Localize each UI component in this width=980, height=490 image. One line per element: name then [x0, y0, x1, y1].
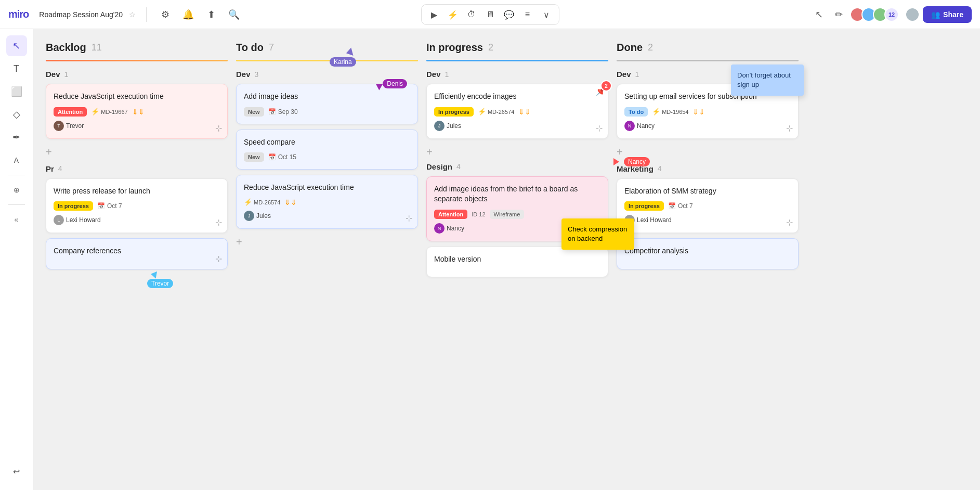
- expand-icon[interactable]: ∨: [538, 6, 555, 23]
- add-card-dev[interactable]: +: [46, 144, 228, 160]
- md-icon: ⚡: [244, 198, 252, 206]
- done-title: Done: [617, 42, 643, 54]
- md-badge: ⚡ MD-19654: [652, 108, 688, 115]
- play-icon[interactable]: ▶: [426, 6, 442, 23]
- done-divider: [617, 60, 799, 61]
- toolbar-right: ↖ ✏ 12 👥 Share: [811, 6, 972, 23]
- avatar-count: 12: [884, 7, 899, 22]
- drag-icon: ⊹: [215, 254, 222, 264]
- undo-tool[interactable]: ↩: [6, 461, 27, 482]
- expand-tools[interactable]: «: [6, 209, 27, 230]
- date-badge: 📅 Oct 15: [268, 153, 296, 161]
- lexi-avatar: L: [54, 215, 64, 225]
- inprogress-dev-count: 1: [445, 70, 449, 79]
- card-footer: In progress 📅 Oct 7: [54, 201, 220, 211]
- video-icon[interactable]: 💬: [501, 6, 517, 23]
- inprogress-design-header: Design 4 Nancy: [426, 162, 608, 171]
- share-button[interactable]: 👥 Share: [923, 6, 972, 23]
- text-tool[interactable]: T: [6, 58, 27, 79]
- new-badge: New: [244, 152, 264, 162]
- card-footer: In progress ⚡ MD-26574 ⇓⇓: [434, 107, 600, 117]
- id-badge: ID 12: [472, 211, 485, 217]
- jules-avatar: J: [244, 211, 254, 221]
- avatar-stack: 12: [850, 7, 899, 22]
- card-title: Add image ideas: [244, 92, 410, 102]
- backlog-dev-title: Dev: [46, 70, 60, 79]
- card-title: Mobile version: [434, 254, 600, 265]
- nancy-avatar: N: [434, 223, 445, 234]
- search-icon[interactable]: 🔍: [226, 6, 242, 23]
- crop-tool[interactable]: ⊕: [6, 179, 27, 200]
- markup-icon[interactable]: ✏: [830, 6, 847, 23]
- drag-icon: ⊹: [406, 213, 412, 223]
- card-encode-images: 2 📌 Efficiently encode images In progres…: [426, 84, 608, 139]
- done-count: 2: [648, 42, 653, 53]
- card-footer: New 📅 Oct 15: [244, 152, 410, 162]
- inprogress-badge: In progress: [54, 201, 93, 211]
- jules-avatar: J: [434, 121, 445, 131]
- card-title: Reduce JavaScript execution time: [244, 183, 410, 193]
- todo-dev-title: Dev: [236, 70, 251, 79]
- screen-icon[interactable]: 🖥: [482, 6, 499, 23]
- drag-icon: ⊹: [786, 217, 793, 227]
- column-backlog: Backlog 11 Dev 1 Reduce JavaScript execu…: [46, 42, 228, 354]
- card-title: Elaboration of SMM strategy: [624, 186, 791, 197]
- nancy-avatar: N: [624, 121, 635, 131]
- sidebar-sep2: [8, 204, 25, 205]
- inprogress-dev-header: Dev 1: [426, 70, 608, 79]
- card-footer: New 📅 Sep 30: [244, 107, 410, 117]
- text2-tool[interactable]: A: [6, 150, 27, 171]
- attention-badge: Attention: [434, 210, 467, 219]
- denis-cursor: Denis: [372, 79, 407, 88]
- add-card-done-dev[interactable]: +: [617, 144, 799, 160]
- backlog-title: Backlog: [46, 42, 86, 54]
- select-icon[interactable]: ↖: [811, 6, 827, 23]
- board-title: Roadmap Session Aug'20: [39, 10, 123, 19]
- inprogress-divider: [426, 60, 608, 61]
- user-chip: N Nancy: [624, 121, 791, 131]
- export-icon[interactable]: ⬆: [203, 6, 219, 23]
- pen-tool[interactable]: ✒: [6, 127, 27, 148]
- card-reduce-js-todo: Reduce JavaScript execution time ⚡ MD-26…: [236, 175, 418, 229]
- trevor-label: Trevor: [147, 279, 173, 288]
- card-title: Reduce JavaScript execution time: [54, 92, 220, 102]
- card-reduce-js: Reduce JavaScript execution time Attenti…: [46, 84, 228, 139]
- md-badge: ⚡ MD-26574: [244, 198, 280, 206]
- shapes-tool[interactable]: ◇: [6, 104, 27, 125]
- logo: miro: [8, 8, 29, 20]
- todo-badge: To do: [624, 107, 648, 117]
- card-add-image: Add image ideas New 📅 Sep 30 Denis: [236, 84, 418, 124]
- timer-icon[interactable]: ⏱: [463, 6, 480, 23]
- star-icon[interactable]: ☆: [129, 10, 136, 19]
- inprogress-title: In progress: [426, 42, 483, 54]
- priority-icon: ⇓⇓: [518, 108, 531, 116]
- trevor-avatar: T: [54, 121, 64, 131]
- md-badge: ⚡ MD-26574: [478, 108, 514, 115]
- card-title: Efficiently encode images: [434, 92, 600, 102]
- list-icon[interactable]: ≡: [519, 6, 536, 23]
- card-speed-compare: Speed compare New 📅 Oct 15: [236, 130, 418, 170]
- backlog-dev-header: Dev 1: [46, 70, 228, 79]
- notifications-icon[interactable]: 🔔: [180, 6, 197, 23]
- cursor-tool[interactable]: ↖: [6, 35, 27, 56]
- add-card-todo[interactable]: +: [236, 234, 418, 250]
- card-press-release: Write press release for launch In progre…: [46, 178, 228, 234]
- card-company-refs: Company references ⊹: [46, 238, 228, 269]
- todo-dev-header: Dev 3: [236, 70, 418, 79]
- frame-tool[interactable]: ⬜: [6, 81, 27, 102]
- user-chip: L Lexi Howard: [54, 215, 220, 225]
- wireframe-badge: Wireframe: [490, 210, 525, 219]
- backlog-count: 11: [92, 42, 102, 53]
- md-icon: ⚡: [478, 108, 486, 115]
- settings-icon[interactable]: ⚙: [157, 6, 174, 23]
- drag-icon: ⊹: [596, 123, 603, 133]
- inprogress-dev-title: Dev: [426, 70, 441, 79]
- drag-icon: ⊹: [215, 217, 222, 227]
- add-card-dev-inprogress[interactable]: +: [426, 144, 608, 160]
- new-badge: New: [244, 107, 264, 117]
- done-marketing-title: Marketing: [617, 164, 654, 173]
- lightning-icon[interactable]: ⚡: [445, 6, 461, 23]
- left-sidebar: ↖ T ⬜ ◇ ✒ A ⊕ « ↩: [0, 29, 33, 490]
- card-title: Competitor analysis: [624, 246, 791, 256]
- priority-icon: ⇓⇓: [284, 198, 297, 207]
